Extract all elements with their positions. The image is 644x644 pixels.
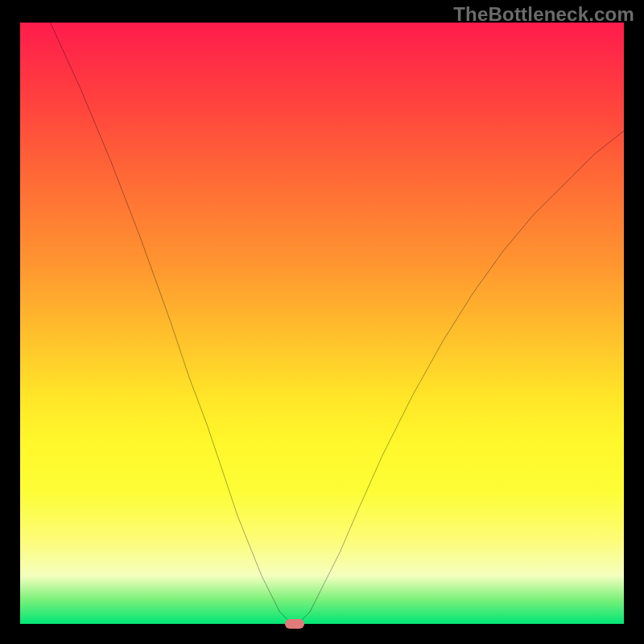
plot-area bbox=[20, 23, 624, 624]
bottleneck-curve bbox=[20, 23, 624, 624]
chart-frame: TheBottleneck.com bbox=[0, 0, 644, 644]
optimal-marker bbox=[285, 619, 304, 629]
curve-svg bbox=[20, 23, 624, 624]
